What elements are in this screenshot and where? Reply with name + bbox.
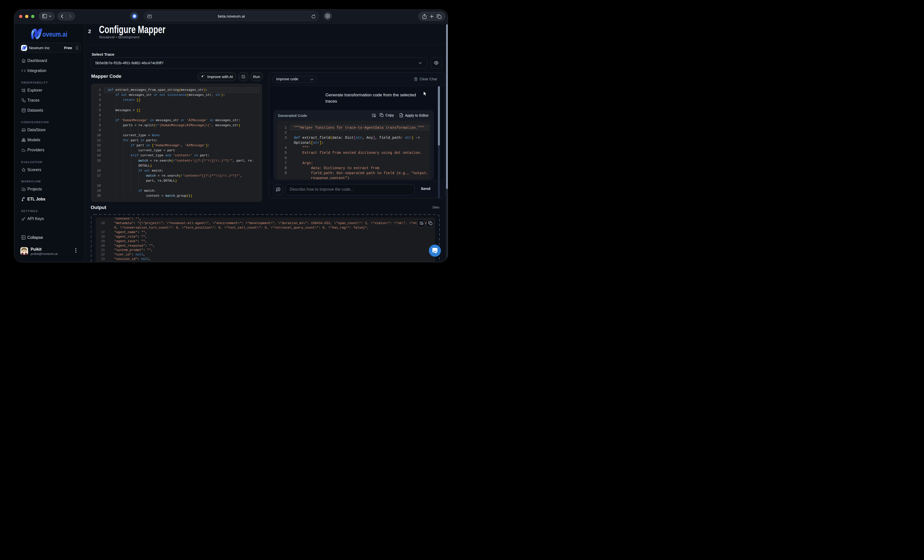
svg-text:oveum.ai: oveum.ai [42,30,67,38]
